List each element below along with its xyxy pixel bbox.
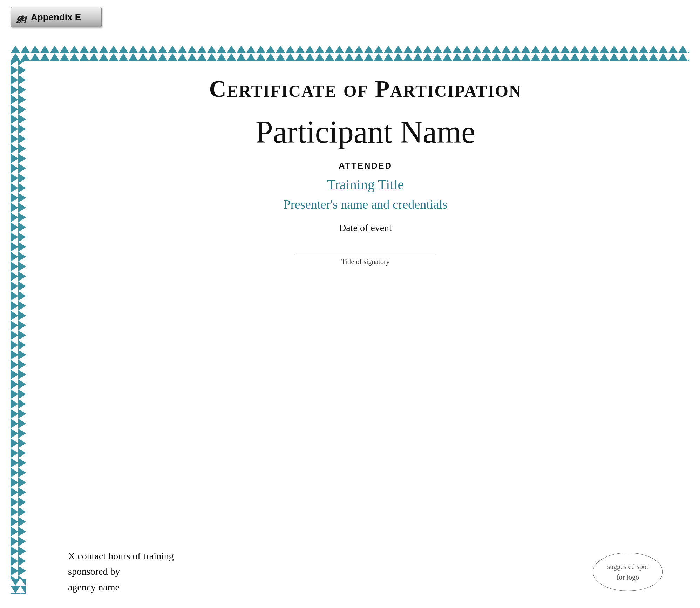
bottom-section: X contact hours of training sponsored by… xyxy=(54,548,677,595)
certificate-content: Certificate of Participation Participant… xyxy=(26,61,700,608)
presenter-credentials: Presenter's name and credentials xyxy=(284,197,447,212)
participant-name: Participant Name xyxy=(256,113,475,151)
training-title: Training Title xyxy=(327,176,404,193)
svg-rect-4 xyxy=(11,46,689,61)
svg-rect-6 xyxy=(11,61,26,579)
appendix-header-tab: 𝓰g Appendix E xyxy=(11,7,102,27)
attended-label: ATTENDED xyxy=(339,161,392,171)
certificate-wrapper: Certificate of Participation Participant… xyxy=(11,46,689,594)
date-of-event: Date of event xyxy=(339,222,392,234)
signature-line xyxy=(295,255,436,255)
certificate-title: Certificate of Participation xyxy=(209,75,522,103)
contact-hours-text: X contact hours of training sponsored by… xyxy=(68,548,174,595)
logo-spot: suggested spot for logo xyxy=(593,553,663,591)
signature-label: Title of signatory xyxy=(341,258,389,266)
certificate-outer: Certificate of Participation Participant… xyxy=(11,46,689,594)
header-icon: 𝓰g xyxy=(16,12,27,23)
logo-spot-text: suggested spot for logo xyxy=(607,561,648,582)
appendix-title: Appendix E xyxy=(31,12,81,23)
signature-section: Title of signatory xyxy=(295,255,436,266)
